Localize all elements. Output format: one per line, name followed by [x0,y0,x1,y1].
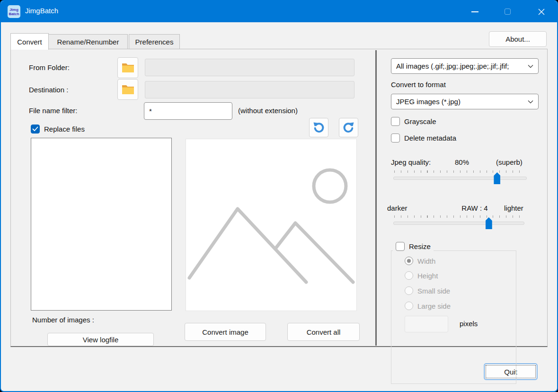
delete-metadata-label: Delete metadata [404,134,456,142]
resize-option-width: Width [405,257,435,265]
tab-convert[interactable]: Convert [10,33,49,50]
source-format-dropdown[interactable]: All images (.gif;.jpg;.jpeg;.jpe;.jif;.j… [391,58,539,74]
tab-convert-label: Convert [17,38,42,46]
raw-brightness-slider[interactable] [393,222,524,225]
number-of-images-label: Number of images : [32,316,94,324]
tab-preferences[interactable]: Preferences [129,34,180,49]
jpeg-quality-ticks [394,170,526,173]
raw-darker-label: darker [387,204,407,212]
app-icon-text-top: Jimg [8,8,20,12]
view-logfile-button[interactable]: View logfile [47,333,154,346]
jpeg-quality-label: Jpeg quality: [391,158,431,166]
convert-image-button[interactable]: Convert image [185,323,266,341]
panel-separator [375,50,377,346]
rotate-right-button[interactable] [339,118,358,137]
replace-files-label: Replace files [44,125,85,133]
resize-pixels-input [405,316,448,332]
tab-preferences-label: Preferences [135,38,174,46]
file-filter-input[interactable] [144,102,232,120]
resize-width-label: Width [417,257,435,265]
raw-slider-ticks [394,215,523,218]
jpeg-quality-slider[interactable] [393,177,527,180]
minimize-icon [471,11,478,12]
app-icon-text-bottom: Batch [8,12,20,16]
close-icon [538,8,545,16]
folder-icon [122,62,134,73]
resize-checkbox[interactable]: Resize [393,242,434,251]
folder-icon [122,84,134,95]
file-filter-label: File name filter: [29,107,78,115]
chevron-down-icon [528,100,533,104]
app-icon: Jimg Batch [8,5,20,18]
placeholder-image-icon [186,139,356,311]
about-button[interactable]: About... [489,31,547,47]
tab-rename-label: Rename/Renumber [57,38,119,46]
resize-label: Resize [409,242,431,250]
radio-icon [405,271,413,280]
destination-label: Destination : [29,86,68,94]
app-window: Jimg Batch JimgBatch Convert Rename/Renu… [0,0,558,392]
title-bar: Jimg Batch JimgBatch [1,1,557,22]
minimize-button[interactable] [464,1,486,22]
grayscale-checkbox-box [391,117,400,126]
rotate-right-icon [342,121,355,134]
raw-slider-thumb[interactable] [486,217,492,229]
convert-all-button[interactable]: Convert all [287,323,360,341]
resize-small-side-label: Small side [417,287,450,295]
from-folder-label: From Folder: [29,63,70,71]
grayscale-label: Grayscale [404,117,436,125]
file-filter-hint: (without extension) [238,107,298,115]
close-button[interactable] [531,1,552,22]
replace-files-checkbox-box [31,125,40,134]
target-format-value: JPEG images (*.jpg) [396,98,528,106]
jpeg-quality-value: 80% [455,158,469,166]
resize-option-small-side: Small side [405,286,450,295]
rotate-left-button[interactable] [309,118,328,137]
maximize-icon [505,9,511,15]
maximize-button[interactable] [496,1,518,22]
image-list[interactable] [31,138,172,311]
source-format-value: All images (.gif;.jpg;.jpeg;.jpe;.jif;.j… [396,62,528,70]
convert-to-format-label: Convert to format [391,80,446,89]
destination-path-field [145,81,354,98]
image-preview [186,139,357,311]
raw-lighter-label: lighter [504,204,523,212]
resize-option-height: Height [405,271,438,280]
resize-checkbox-box [396,242,405,251]
target-format-dropdown[interactable]: JPEG images (*.jpg) [391,94,539,109]
resize-large-side-label: Large side [417,302,451,310]
replace-files-checkbox[interactable]: Replace files [31,125,85,134]
rotate-left-icon [312,121,325,134]
convert-tab-page: From Folder: Destination : File name fil… [10,49,548,347]
check-icon [32,126,38,132]
destination-browse-button[interactable] [117,79,138,100]
radio-icon [405,257,413,265]
resize-height-label: Height [417,272,438,280]
chevron-down-icon [528,64,533,68]
from-folder-browse-button[interactable] [117,57,138,78]
radio-icon [405,302,413,310]
jpeg-quality-slider-thumb[interactable] [494,172,500,184]
delete-metadata-checkbox-box [391,134,400,143]
tab-rename-renumber[interactable]: Rename/Renumber [49,34,128,49]
delete-metadata-checkbox[interactable]: Delete metadata [391,134,456,143]
radio-icon [405,286,413,295]
jpeg-quality-suffix: (superb) [496,158,523,166]
resize-option-large-side: Large side [405,302,451,310]
from-folder-path-field [145,59,354,76]
pixels-label: pixels [460,320,478,328]
window-title: JimgBatch [25,7,58,15]
grayscale-checkbox[interactable]: Grayscale [391,117,436,126]
